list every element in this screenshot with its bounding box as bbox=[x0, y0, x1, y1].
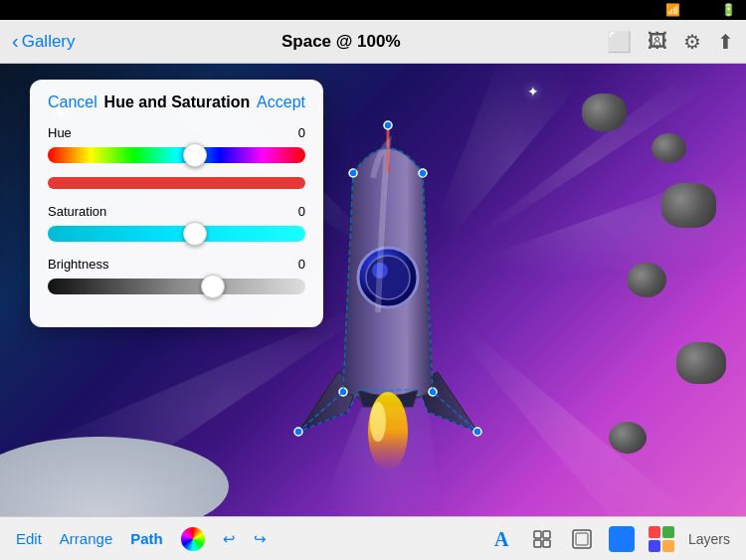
color-palette-button[interactable] bbox=[649, 526, 674, 552]
redo-button[interactable]: ↪ bbox=[254, 530, 267, 548]
gear-icon[interactable]: ⚙ bbox=[683, 30, 701, 54]
arrange-tool-button[interactable] bbox=[529, 526, 555, 552]
frame-icon bbox=[571, 528, 593, 550]
toolbar-right: A Layers bbox=[489, 526, 730, 552]
gallery-label: Gallery bbox=[22, 32, 76, 52]
asteroid-5 bbox=[676, 342, 726, 384]
back-button[interactable]: ‹ Gallery bbox=[12, 30, 76, 53]
svg-point-13 bbox=[384, 121, 392, 129]
star-4: ✦ bbox=[527, 84, 539, 99]
asteroid-2 bbox=[652, 133, 686, 163]
svg-rect-21 bbox=[534, 531, 541, 538]
wifi-icon: ▲ bbox=[39, 3, 51, 17]
hue-slider-row: Hue 0 bbox=[48, 125, 305, 192]
toolbar-left: Edit Arrange Path ↩ ↪ bbox=[16, 527, 267, 551]
arrange-button[interactable]: Arrange bbox=[60, 530, 112, 547]
brightness-slider-row: Brightness 0 bbox=[48, 257, 305, 297]
svg-point-9 bbox=[366, 256, 410, 299]
svg-text:A: A bbox=[494, 528, 509, 550]
edit-button[interactable]: Edit bbox=[16, 530, 42, 547]
nav-bar: ‹ Gallery Space @ 100% ⬜ 🖼 ⚙ ⬆ bbox=[0, 20, 746, 64]
nav-actions: ⬜ 🖼 ⚙ ⬆ bbox=[607, 30, 734, 54]
color-wheel-button[interactable] bbox=[181, 527, 205, 551]
status-bar: iPad ▲ 8:15 PM 📶 100% 🔋 bbox=[0, 0, 746, 20]
arrange-icon bbox=[531, 528, 553, 550]
back-arrow-icon: ‹ bbox=[12, 30, 19, 53]
battery-icon: 🔋 bbox=[721, 3, 736, 17]
asteroid-6 bbox=[609, 422, 647, 454]
status-time: 8:15 PM bbox=[335, 3, 380, 17]
saturation-slider-row: Saturation 0 bbox=[48, 204, 305, 245]
saturation-value: 0 bbox=[298, 204, 305, 219]
saturation-track[interactable] bbox=[48, 226, 305, 242]
brightness-label: Brightness bbox=[48, 257, 108, 272]
fill-color-button[interactable] bbox=[609, 526, 635, 552]
device-label: iPad bbox=[10, 3, 34, 17]
svg-rect-24 bbox=[543, 540, 550, 547]
hue-track-container[interactable] bbox=[48, 144, 305, 166]
hue-secondary-track bbox=[48, 177, 305, 189]
document-title: Space @ 100% bbox=[281, 32, 401, 52]
accept-button[interactable]: Accept bbox=[257, 93, 305, 111]
hue-thumb[interactable] bbox=[183, 143, 207, 167]
brightness-value: 0 bbox=[298, 257, 305, 272]
svg-rect-22 bbox=[543, 531, 550, 538]
bluetooth-icon: 📶 bbox=[665, 3, 680, 17]
hue-saturation-panel: Cancel Hue and Saturation Accept Hue 0 S… bbox=[30, 80, 323, 327]
text-tool-button[interactable]: A bbox=[489, 526, 515, 552]
frame-tool-button[interactable] bbox=[569, 526, 595, 552]
asteroid-3 bbox=[661, 183, 716, 228]
hue-secondary-track-container bbox=[48, 170, 305, 192]
text-icon: A bbox=[491, 528, 513, 550]
panel-header: Cancel Hue and Saturation Accept bbox=[48, 93, 305, 111]
bottom-toolbar: Edit Arrange Path ↩ ↪ A bbox=[0, 516, 746, 560]
asteroid-4 bbox=[627, 263, 666, 297]
image-icon[interactable]: 🖼 bbox=[648, 30, 667, 53]
asteroid-1 bbox=[582, 93, 627, 131]
svg-rect-26 bbox=[576, 533, 588, 545]
hue-track[interactable] bbox=[48, 147, 305, 163]
brightness-thumb[interactable] bbox=[201, 275, 225, 298]
layers-button[interactable]: Layers bbox=[688, 531, 730, 547]
saturation-thumb[interactable] bbox=[183, 222, 207, 246]
svg-point-12 bbox=[370, 402, 386, 442]
cancel-button[interactable]: Cancel bbox=[48, 93, 97, 111]
undo-button[interactable]: ↩ bbox=[223, 530, 236, 548]
saturation-track-container[interactable] bbox=[48, 223, 305, 245]
hue-label: Hue bbox=[48, 125, 72, 140]
svg-rect-23 bbox=[534, 540, 541, 547]
saturation-label: Saturation bbox=[48, 204, 106, 219]
brightness-track-container[interactable] bbox=[48, 276, 305, 297]
path-button[interactable]: Path bbox=[130, 530, 163, 547]
battery-percent: 100% bbox=[685, 3, 716, 17]
frame-icon[interactable]: ⬜ bbox=[607, 30, 632, 54]
brightness-track[interactable] bbox=[48, 279, 305, 294]
panel-title: Hue and Saturation bbox=[104, 93, 251, 111]
share-icon[interactable]: ⬆ bbox=[717, 30, 734, 54]
hue-value: 0 bbox=[298, 125, 305, 140]
